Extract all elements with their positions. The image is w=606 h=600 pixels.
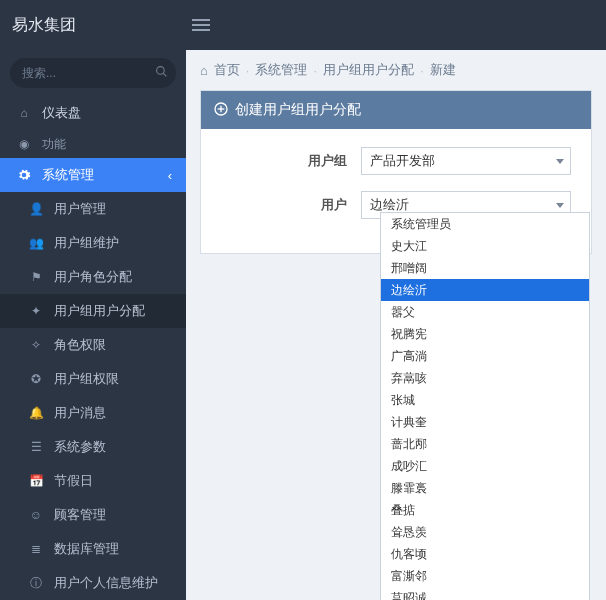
nav-customer-mgmt[interactable]: ☺顾客管理 [0,498,186,532]
chevron-right-icon: · [420,63,424,78]
lock-icon: ✪ [26,372,46,386]
crumb-current: 新建 [430,61,456,79]
nav-label: 系统参数 [54,438,106,456]
nav-label: 顾客管理 [54,506,106,524]
plus-circle-icon [213,101,229,120]
assign-icon: ✦ [26,304,46,318]
dropdown-option[interactable]: 广高淌 [381,345,589,367]
search-input[interactable] [10,58,176,88]
dropdown-option[interactable]: 祝腾宪 [381,323,589,345]
dropdown-option[interactable]: 史大江 [381,235,589,257]
dropdown-option[interactable]: 嚣父 [381,301,589,323]
dropdown-option[interactable]: 蔷北邴 [381,433,589,455]
nav-label: 用户组用户分配 [54,302,145,320]
nav-system-management[interactable]: 系统管理 [0,158,186,192]
dropdown-option[interactable]: 弃蒚咳 [381,367,589,389]
dropdown-option[interactable]: 耸恳羡 [381,521,589,543]
nav-label: 系统管理 [42,166,94,184]
dropdown-option[interactable]: 仇客顷 [381,543,589,565]
home-icon: ⌂ [200,63,208,78]
dropdown-option[interactable]: 富澌邻 [381,565,589,587]
nav-label: 用户消息 [54,404,106,422]
nav-label: 数据库管理 [54,540,119,558]
dropdown-option[interactable]: 成吵汇 [381,455,589,477]
svg-line-1 [163,73,166,76]
sliders-icon: ☰ [26,440,46,454]
nav-label: 角色权限 [54,336,106,354]
nav-db-mgmt[interactable]: ≣数据库管理 [0,532,186,566]
brand-title: 易水集团 [12,15,192,36]
people-icon: ☺ [26,508,46,522]
dropdown-option[interactable]: 张城 [381,389,589,411]
dropdown-option[interactable]: 滕霏裛 [381,477,589,499]
key-icon: ✧ [26,338,46,352]
nav-user-msg[interactable]: 🔔用户消息 [0,396,186,430]
nav-label: 节假日 [54,472,93,490]
search-icon[interactable] [155,65,168,81]
nav-label: 用户组权限 [54,370,119,388]
chevron-right-icon: · [246,63,250,78]
nav-label: 功能 [42,136,66,153]
nav-sys-param[interactable]: ☰系统参数 [0,430,186,464]
dropdown-option[interactable]: 莒昭诚 [381,587,589,600]
crumb-home[interactable]: 首页 [214,61,240,79]
nav-group-maint[interactable]: 👥用户组维护 [0,226,186,260]
breadcrumb: ⌂ 首页 · 系统管理 · 用户组用户分配 · 新建 [186,50,606,90]
svg-point-0 [157,67,165,75]
user-label: 用户 [221,196,361,214]
group-label: 用户组 [221,152,361,170]
panel-header: 创建用户组用户分配 [201,91,591,129]
hamburger-icon[interactable] [192,19,210,31]
user-icon: 👤 [26,202,46,216]
dropdown-option[interactable]: 系统管理员 [381,213,589,235]
dropdown-option[interactable]: 边绘沂 [381,279,589,301]
nav-group-perm[interactable]: ✪用户组权限 [0,362,186,396]
group-select-value: 产品开发部 [370,152,435,170]
nav-label: 仪表盘 [42,104,81,122]
users-icon: 👥 [26,236,46,250]
nav-label: 用户组维护 [54,234,119,252]
home-icon: ⌂ [14,106,34,120]
dropdown-option[interactable]: 邢噌阔 [381,257,589,279]
nav-holiday[interactable]: 📅节假日 [0,464,186,498]
gears-icon [14,168,34,182]
crumb-sysmgmt[interactable]: 系统管理 [255,61,307,79]
nav-group-user[interactable]: ✦用户组用户分配 [0,294,186,328]
nav-section-func: ◉ 功能 [0,130,186,158]
globe-icon: ◉ [14,137,34,151]
flag-icon: ⚑ [26,270,46,284]
nav-role-perm[interactable]: ✧角色权限 [0,328,186,362]
nav-profile[interactable]: ⓘ用户个人信息维护 [0,566,186,600]
content-area: ⌂ 首页 · 系统管理 · 用户组用户分配 · 新建 创建用户组用户分配 用户组… [186,50,606,600]
nav-label: 用户角色分配 [54,268,132,286]
nav-user-role[interactable]: ⚑用户角色分配 [0,260,186,294]
chevron-right-icon: · [313,63,317,78]
nav-user-mgmt[interactable]: 👤用户管理 [0,192,186,226]
user-dropdown[interactable]: 系统管理员史大江邢噌阔边绘沂嚣父祝腾宪广高淌弃蒚咳张城计典奎蔷北邴成吵汇滕霏裛叠… [380,212,590,600]
dropdown-option[interactable]: 计典奎 [381,411,589,433]
nav-label: 用户管理 [54,200,106,218]
info-icon: ⓘ [26,575,46,592]
sidebar: ⌂ 仪表盘 ◉ 功能 系统管理 👤用户管理 👥用户组维护 ⚑用户角色分配 ✦用户… [0,50,186,600]
nav-dashboard[interactable]: ⌂ 仪表盘 [0,96,186,130]
group-select[interactable]: 产品开发部 [361,147,571,175]
top-bar: 易水集团 [0,0,606,50]
dropdown-option[interactable]: 叠掂 [381,499,589,521]
panel-title: 创建用户组用户分配 [235,101,361,119]
crumb-group-user[interactable]: 用户组用户分配 [323,61,414,79]
database-icon: ≣ [26,542,46,556]
bell-icon: 🔔 [26,406,46,420]
nav-label: 用户个人信息维护 [54,574,158,592]
calendar-icon: 📅 [26,474,46,488]
